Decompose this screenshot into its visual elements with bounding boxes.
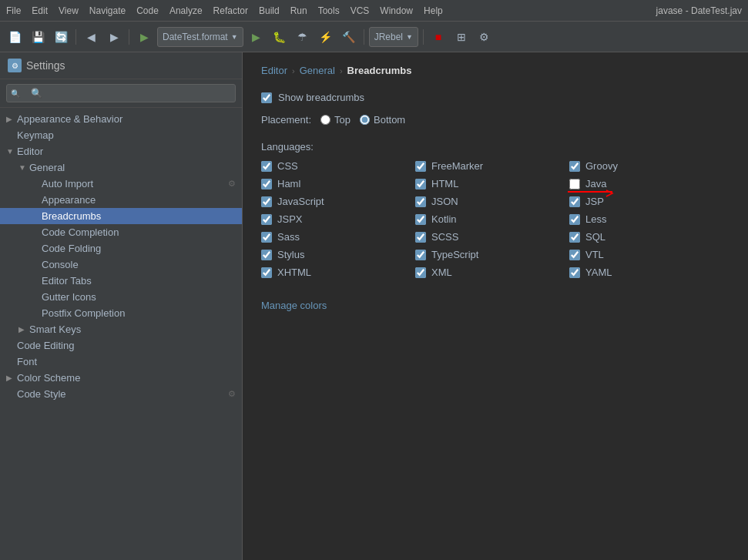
lang-typescript-label[interactable]: TypeScript <box>431 249 478 260</box>
lang-haml-checkbox[interactable] <box>261 179 272 189</box>
lang-jspx-checkbox[interactable] <box>261 214 272 225</box>
menu-analyze[interactable]: Analyze <box>169 5 203 16</box>
lang-vtl-checkbox[interactable] <box>569 250 580 260</box>
sidebar-item-editor-tabs[interactable]: Editor Tabs <box>0 273 242 289</box>
save-button[interactable]: 💾 <box>28 27 48 47</box>
sidebar-item-appearance[interactable]: Appearance <box>0 192 242 208</box>
lang-groovy-label[interactable]: Groovy <box>585 160 618 172</box>
manage-colors-link[interactable]: Manage colors <box>261 300 327 311</box>
menu-file[interactable]: File <box>6 5 21 16</box>
sidebar-item-smart-keys[interactable]: ▶ Smart Keys <box>0 321 242 337</box>
lang-sass-checkbox[interactable] <box>261 232 272 243</box>
debug-button[interactable]: 🐛 <box>270 27 290 47</box>
lang-kotlin-checkbox[interactable] <box>415 214 426 225</box>
lang-json-label[interactable]: JSON <box>431 196 458 207</box>
settings-button[interactable]: ⚙ <box>475 27 495 47</box>
lang-freemarker-label[interactable]: FreeMarker <box>431 160 483 172</box>
sync-button[interactable]: 🔄 <box>51 27 71 47</box>
lang-xhtml-label[interactable]: XHTML <box>277 267 311 278</box>
lang-html-label[interactable]: HTML <box>431 178 458 189</box>
profile-button[interactable]: ⚡ <box>316 27 336 47</box>
back-button[interactable]: ◀ <box>81 27 101 47</box>
search-input[interactable] <box>6 84 236 102</box>
breadcrumb-editor[interactable]: Editor <box>261 65 287 76</box>
placement-bottom-label[interactable]: Bottom <box>374 114 405 126</box>
menu-tools[interactable]: Tools <box>318 5 340 16</box>
sidebar-item-color-scheme[interactable]: ▶ Color Scheme <box>0 370 242 386</box>
lang-jspx-label[interactable]: JSPX <box>277 213 303 225</box>
jrebel-dropdown[interactable]: JRebel ▼ <box>369 27 418 47</box>
sidebar-item-console[interactable]: Console <box>0 257 242 273</box>
lang-less-label[interactable]: Less <box>585 213 606 225</box>
placement-top-option[interactable]: Top <box>320 114 351 126</box>
lang-typescript-checkbox[interactable] <box>415 250 426 260</box>
placement-bottom-radio[interactable] <box>360 115 370 125</box>
sidebar-item-code-completion[interactable]: Code Completion <box>0 224 242 240</box>
sidebar-item-appearance-behavior[interactable]: ▶ Appearance & Behavior <box>0 111 242 127</box>
lang-java-checkbox[interactable] <box>569 179 580 189</box>
lang-groovy-checkbox[interactable] <box>569 161 580 172</box>
menu-navigate[interactable]: Navigate <box>89 5 126 16</box>
lang-xml-label[interactable]: XML <box>431 267 452 278</box>
menu-build[interactable]: Build <box>259 5 280 16</box>
lang-sass-label[interactable]: Sass <box>277 231 300 243</box>
lang-css-label[interactable]: CSS <box>277 160 298 172</box>
placement-bottom-option[interactable]: Bottom <box>360 114 405 126</box>
lang-less-checkbox[interactable] <box>569 214 580 225</box>
menu-code[interactable]: Code <box>136 5 159 16</box>
lang-java-label[interactable]: Java <box>585 178 606 189</box>
lang-xhtml-checkbox[interactable] <box>261 267 272 278</box>
lang-yaml-checkbox[interactable] <box>569 267 580 278</box>
arrow-icon: ▶ <box>18 325 28 334</box>
menu-run[interactable]: Run <box>290 5 307 16</box>
lang-sql-label[interactable]: SQL <box>585 231 605 243</box>
breadcrumb-general[interactable]: General <box>300 65 335 76</box>
placement-top-label[interactable]: Top <box>334 114 351 126</box>
sidebar-item-breadcrumbs[interactable]: Breadcrumbs <box>0 208 242 224</box>
lang-xml-checkbox[interactable] <box>415 267 426 278</box>
lang-yaml-label[interactable]: YAML <box>585 267 612 278</box>
run-config-icon[interactable]: ▶ <box>134 27 154 47</box>
menu-refactor[interactable]: Refactor <box>213 5 248 16</box>
show-breadcrumbs-label[interactable]: Show breadcrumbs <box>278 92 364 103</box>
lang-scss-checkbox[interactable] <box>415 232 426 243</box>
sidebar-item-gutter-icons[interactable]: Gutter Icons <box>0 289 242 305</box>
run-config-dropdown[interactable]: DateTest.format ▼ <box>157 27 243 47</box>
terminal-button[interactable]: ⊞ <box>451 27 471 47</box>
sidebar-item-postfix-completion[interactable]: Postfix Completion <box>0 305 242 321</box>
run-button[interactable]: ▶ <box>247 27 267 47</box>
lang-html-checkbox[interactable] <box>415 179 426 189</box>
menu-edit[interactable]: Edit <box>32 5 48 16</box>
sidebar-item-editor[interactable]: ▼ Editor <box>0 143 242 159</box>
sidebar-item-keymap[interactable]: Keymap <box>0 127 242 143</box>
show-breadcrumbs-checkbox[interactable] <box>261 92 272 103</box>
lang-sql-checkbox[interactable] <box>569 232 580 243</box>
sidebar-item-general[interactable]: ▼ General <box>0 159 242 176</box>
lang-css-checkbox[interactable] <box>261 161 272 172</box>
lang-javascript-checkbox[interactable] <box>261 196 272 207</box>
lang-stylus-checkbox[interactable] <box>261 250 272 260</box>
lang-javascript-label[interactable]: JavaScript <box>277 196 324 207</box>
stop-button[interactable]: ■ <box>428 27 448 47</box>
lang-kotlin-label[interactable]: Kotlin <box>431 213 457 225</box>
placement-top-radio[interactable] <box>320 115 330 125</box>
lang-haml-label[interactable]: Haml <box>277 178 300 189</box>
menu-window[interactable]: Window <box>380 5 413 16</box>
new-file-button[interactable]: 📄 <box>5 27 25 47</box>
menu-view[interactable]: View <box>59 5 79 16</box>
sidebar-item-code-editing[interactable]: Code Editing <box>0 337 242 354</box>
menu-help[interactable]: Help <box>424 5 443 16</box>
menu-vcs[interactable]: VCS <box>351 5 370 16</box>
lang-scss-label[interactable]: SCSS <box>431 231 458 243</box>
lang-vtl-label[interactable]: VTL <box>585 249 604 260</box>
coverage-button[interactable]: ☂ <box>293 27 313 47</box>
lang-stylus-label[interactable]: Stylus <box>277 249 304 260</box>
sidebar-item-code-style[interactable]: Code Style ⚙ <box>0 386 242 402</box>
sidebar-item-font[interactable]: Font <box>0 354 242 370</box>
sidebar-item-code-folding[interactable]: Code Folding <box>0 240 242 257</box>
lang-freemarker-checkbox[interactable] <box>415 161 426 172</box>
forward-button[interactable]: ▶ <box>104 27 124 47</box>
build-button[interactable]: 🔨 <box>339 27 359 47</box>
lang-json-checkbox[interactable] <box>415 196 426 207</box>
sidebar-item-auto-import[interactable]: Auto Import ⚙ <box>0 176 242 192</box>
